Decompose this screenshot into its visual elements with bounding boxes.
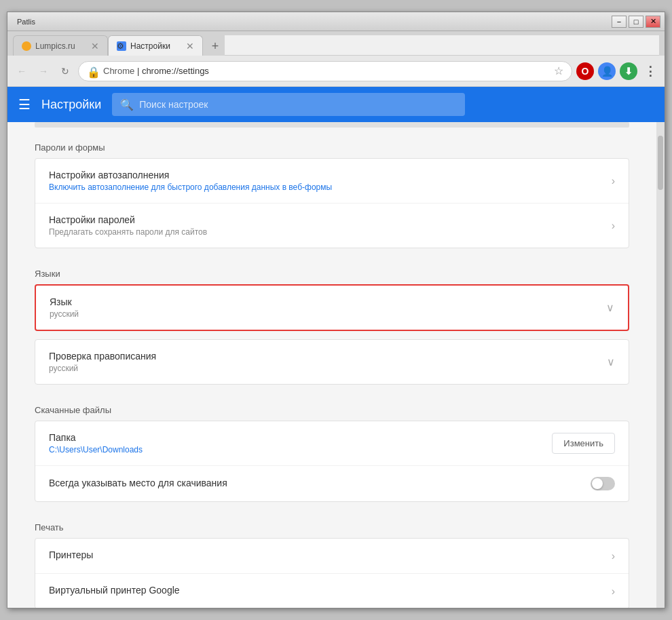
item-autofill-text: Настройки автозаполнения Включить автоза… [49,170,612,192]
forward-button[interactable]: → [35,62,52,80]
item-folder[interactable]: Папка C:\Users\User\Downloads Изменить [35,421,629,466]
hamburger-button[interactable]: ☰ [18,96,31,113]
tab-settings-favicon: ⚙ [117,41,126,51]
item-spellcheck[interactable]: Проверка правописания русский ∨ [35,340,629,384]
url-bar[interactable]: 🔒 Chrome | chrome://settings ☆ [78,61,572,81]
item-language-text: Язык русский [50,296,606,319]
tab-settings-close[interactable]: ✕ [186,41,194,52]
search-icon: 🔍 [120,98,134,111]
chevron-down-icon: ∨ [606,301,614,314]
section-downloads-title: Скачанные файлы [7,393,656,421]
sync-icon[interactable]: 👤 [598,62,616,80]
item-autofill[interactable]: Настройки автозаполнения Включить автоза… [35,159,629,204]
addressbar: ← → ↻ 🔒 Chrome | chrome://settings ☆ O 👤… [7,56,665,87]
url-content: Chrome | chrome://settings [103,66,548,76]
item-ask-location-title: Всегда указывать место для скачивания [49,478,591,488]
maximize-button[interactable]: □ [629,16,643,28]
settings-content: Пароли и формы Настройки автозаполнения … [7,122,656,608]
item-autofill-title: Настройки автозаполнения [49,170,612,180]
item-folder-text: Папка C:\Users\User\Downloads [49,432,552,454]
card-spellcheck: Проверка правописания русский ∨ [35,339,629,385]
settings-title: Настройки [41,98,101,112]
item-passwords-title: Настройки паролей [49,214,612,225]
item-spellcheck-title: Проверка правописания [49,351,607,362]
item-printers[interactable]: Принтеры › [35,539,629,574]
card-downloads: Папка C:\Users\User\Downloads Изменить В… [35,421,629,502]
new-tab-button[interactable]: + [206,37,225,56]
tab-lumpics-favicon [22,41,31,51]
change-folder-button[interactable]: Изменить [552,433,615,454]
reload-button[interactable]: ↻ [56,62,74,80]
close-button[interactable]: ✕ [646,16,660,28]
item-folder-title: Папка [49,432,552,443]
item-google-printer-text: Виртуальный принтер Google [49,585,612,598]
url-separator: | [137,66,142,76]
chevron-right-icon-3: › [612,550,615,562]
item-google-printer-title: Виртуальный принтер Google [49,585,612,596]
item-autofill-subtitle: Включить автозаполнение для быстрого доб… [49,182,612,192]
opera-icon[interactable]: O [576,62,594,80]
settings-wrapper: ☰ Настройки 🔍 Поиск настроек Пароли и фо… [7,87,665,608]
chevron-right-icon: › [612,175,615,187]
toggle-thumb [592,478,603,489]
item-folder-path: C:\Users\User\Downloads [49,445,552,454]
item-passwords-subtitle: Предлагать сохранять пароли для сайтов [49,227,612,237]
chevron-down-icon-2: ∨ [607,355,615,368]
tab-lumpics-label: Lumpics.ru [35,41,87,51]
chevron-right-icon-2: › [612,220,615,232]
url-site: Chrome [103,66,134,76]
back-button[interactable]: ← [13,62,31,80]
search-placeholder: Поиск настроек [139,99,208,110]
card-print: Принтеры › Виртуальный принтер Google › [35,538,629,608]
ask-location-toggle[interactable] [591,477,615,490]
bookmark-icon[interactable]: ☆ [554,64,563,77]
url-path: chrome://settings [142,66,209,76]
section-passwords-title: Пароли и формы [7,130,656,158]
scrollbar-thumb[interactable] [658,136,663,190]
tabbar: Lumpics.ru ✕ ⚙ Настройки ✕ + [7,31,665,56]
item-spellcheck-text: Проверка правописания русский [49,351,607,373]
content-area: Пароли и формы Настройки автозаполнения … [7,122,665,608]
url-favicon: 🔒 [87,66,98,77]
tab-settings[interactable]: ⚙ Настройки ✕ [108,35,203,56]
menu-icon[interactable]: ⋮ [641,62,659,80]
settings-header: ☰ Настройки 🔍 Поиск настроек [7,87,665,122]
card-language-highlighted: Язык русский ∨ [35,284,629,331]
tab-lumpics[interactable]: Lumpics.ru ✕ [13,35,108,56]
item-passwords-text: Настройки паролей Предлагать сохранять п… [49,214,612,237]
tab-settings-label: Настройки [130,41,182,51]
item-printers-text: Принтеры [49,549,612,562]
section-languages-title: Языки [7,256,656,284]
scroll-top-indicator [35,122,629,128]
item-google-printer[interactable]: Виртуальный принтер Google › [35,574,629,608]
item-ask-location[interactable]: Всегда указывать место для скачивания [35,466,629,501]
item-language[interactable]: Язык русский ∨ [36,286,628,330]
item-passwords[interactable]: Настройки паролей Предлагать сохранять п… [35,204,629,248]
item-printers-title: Принтеры [49,549,612,560]
tab-lumpics-close[interactable]: ✕ [91,41,99,52]
search-bar[interactable]: 🔍 Поиск настроек [112,93,465,116]
window-title: Patlis [12,18,35,26]
titlebar: Patlis − □ ✕ [7,12,665,31]
browser-window: Patlis − □ ✕ Lumpics.ru ✕ ⚙ Настройки ✕ … [7,12,665,608]
item-language-subtitle: русский [50,309,606,319]
item-ask-location-text: Всегда указывать место для скачивания [49,478,591,490]
item-language-title: Язык [50,296,606,307]
scrollbar[interactable] [656,122,665,608]
download-icon[interactable]: ⬇ [620,62,637,80]
card-passwords: Настройки автозаполнения Включить автоза… [35,158,629,248]
section-print-title: Печать [7,510,656,538]
minimize-button[interactable]: − [612,16,627,28]
item-spellcheck-subtitle: русский [49,364,607,373]
chevron-right-icon-4: › [612,585,615,598]
